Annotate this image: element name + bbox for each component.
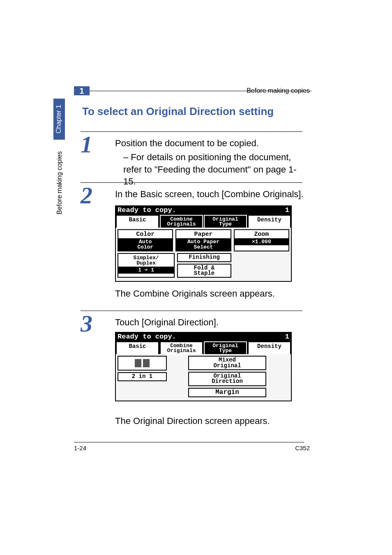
cell-zoom[interactable]: Zoom ×1.000 [234, 229, 289, 251]
btn-original-direction[interactable]: OriginalDirection [188, 372, 266, 386]
tab-density[interactable]: Density [248, 215, 291, 228]
tab-combine-originals[interactable]: CombineOriginals [160, 215, 203, 228]
page-number: 1-24 [74, 444, 86, 451]
tab-density-2[interactable]: Density [248, 341, 291, 354]
tab-original-type-2[interactable]: OriginalType [204, 341, 247, 354]
step-2-after: The Combine Originals screen appears. [115, 288, 304, 300]
tab-original-type[interactable]: OriginalType [204, 215, 247, 228]
running-title: Before making copies [247, 87, 310, 94]
cell-simplex[interactable]: Simplex/Duplex 1 ➔ 1 [118, 253, 175, 278]
chapter-mark: 1 [74, 86, 90, 95]
simplex-value: 1 ➔ 1 [118, 267, 174, 274]
step-2-text: In the Basic screen, touch [Combine Orig… [115, 188, 304, 200]
footer-rule [74, 442, 304, 442]
page-icon [143, 359, 150, 367]
cell-empty [234, 253, 289, 278]
tab-basic[interactable]: Basic [116, 215, 159, 228]
cell-color[interactable]: Color AutoColor [118, 229, 173, 251]
step-1-text: Position the document to be copied. [115, 137, 304, 150]
step-num-1: 1 [81, 131, 92, 158]
color-label: Color [136, 231, 154, 238]
paper-label: Paper [194, 231, 212, 238]
step-num-2: 2 [81, 182, 92, 209]
side-tab-section: Before making copies [54, 142, 64, 224]
btn-mixed-original[interactable]: MixedOriginal [188, 356, 266, 370]
zoom-label: Zoom [254, 231, 269, 238]
step-num-3: 3 [81, 310, 92, 337]
lcd1-page: 1 [285, 206, 289, 214]
btn-2in1[interactable]: 2 in 1 [118, 372, 167, 381]
lcd2-page: 1 [285, 333, 289, 341]
simplex-label: Simplex/Duplex [119, 255, 173, 266]
step-3-after: The Original Direction screen appears. [115, 415, 304, 427]
page-icon [135, 359, 141, 367]
btn-margin[interactable]: Margin [188, 388, 266, 397]
lcd1-status: Ready to copy. [118, 206, 176, 214]
spacer [169, 356, 186, 397]
cell-paper[interactable]: Paper Auto PaperSelect [175, 229, 231, 251]
zoom-value: ×1.000 [235, 238, 288, 245]
cell-finishing[interactable]: Finishing [177, 253, 231, 262]
cell-fold-staple[interactable]: Fold &Staple [177, 264, 231, 278]
step-3-text: Touch [Original Direction]. [115, 316, 304, 329]
tab-basic-2[interactable]: Basic [116, 341, 159, 354]
lcd2-status: Ready to copy. [118, 333, 176, 341]
paper-value: Auto PaperSelect [176, 238, 230, 251]
color-value: AutoColor [118, 238, 172, 251]
section-heading: To select an Original Direction setting [82, 105, 274, 118]
lcd-screenshot-1: Ready to copy. 1 Basic CombineOriginals … [115, 205, 292, 282]
layout-icon-2in1 [118, 356, 167, 371]
side-tab-chapter: Chapter 1 [53, 99, 65, 140]
model-number: C352 [295, 444, 310, 451]
tab-combine-originals-2[interactable]: CombineOriginals [160, 341, 203, 354]
spacer [269, 356, 289, 397]
lcd-screenshot-2: Ready to copy. 1 Basic CombineOriginals … [115, 332, 292, 401]
